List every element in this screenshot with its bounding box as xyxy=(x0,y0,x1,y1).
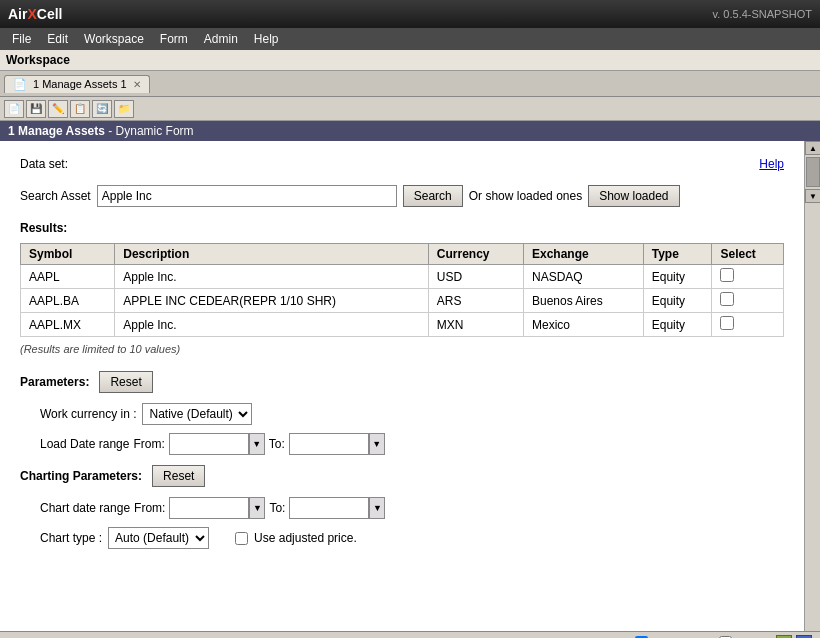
chart-to-label: To: xyxy=(269,501,285,515)
form-header: 1 Manage Assets - Dynamic Form xyxy=(0,121,820,141)
tabbar: 📄 1 Manage Assets 1 ✕ xyxy=(0,71,820,97)
logo-x: X xyxy=(27,6,36,22)
row-currency: ARS xyxy=(428,289,523,313)
toolbar-refresh[interactable]: 🔄 xyxy=(92,100,112,118)
row-symbol: AAPL.MX xyxy=(21,313,115,337)
row-description: Apple Inc. xyxy=(115,313,429,337)
load-from-arrow[interactable]: ▼ xyxy=(249,433,265,455)
statusbar-right: Popup on - error : - message : - Clear ▲… xyxy=(537,635,812,639)
use-adjusted-label: Use adjusted price. xyxy=(254,531,357,545)
work-currency-row: Work currency in : Native (Default) USD … xyxy=(20,403,784,425)
chart-from-label: From: xyxy=(134,501,165,515)
form-content: Data set: Help Search Asset Search Or sh… xyxy=(0,141,804,631)
menu-form[interactable]: Form xyxy=(152,30,196,48)
col-type: Type xyxy=(643,244,712,265)
form-header-rest: - Dynamic Form xyxy=(105,124,194,138)
chart-date-row: Chart date range From: ▼ To: ▼ xyxy=(20,497,784,519)
toolbar-edit[interactable]: ✏️ xyxy=(48,100,68,118)
scrollable-content[interactable]: Data set: Help Search Asset Search Or sh… xyxy=(0,141,804,631)
version-label: v. 0.5.4-SNAPSHOT xyxy=(713,8,812,20)
row-currency: USD xyxy=(428,265,523,289)
toolbar-copy[interactable]: 📋 xyxy=(70,100,90,118)
table-row: AAPL.MX Apple Inc. MXN Mexico Equity xyxy=(21,313,784,337)
toolbar-new[interactable]: 📄 xyxy=(4,100,24,118)
to-label: To: xyxy=(269,437,285,451)
search-button[interactable]: Search xyxy=(403,185,463,207)
charting-reset-button[interactable]: Reset xyxy=(152,465,205,487)
chart-type-select[interactable]: Auto (Default) Line Bar xyxy=(108,527,209,549)
menu-admin[interactable]: Admin xyxy=(196,30,246,48)
logo-air: Air xyxy=(8,6,27,22)
work-currency-select[interactable]: Native (Default) USD EUR xyxy=(142,403,252,425)
statusbar: R Console Popup on - error : - message :… xyxy=(0,631,820,638)
toolbar-open[interactable]: 📁 xyxy=(114,100,134,118)
scroll-down-button[interactable]: ▼ xyxy=(796,635,812,639)
menu-workspace[interactable]: Workspace xyxy=(76,30,152,48)
row-symbol: AAPL.BA xyxy=(21,289,115,313)
parameters-label: Parameters: xyxy=(20,375,89,389)
dataset-label: Data set: xyxy=(20,157,68,171)
menu-file[interactable]: File xyxy=(4,30,39,48)
parameters-reset-button[interactable]: Reset xyxy=(99,371,152,393)
chart-from-input[interactable] xyxy=(169,497,249,519)
table-row: AAPL Apple Inc. USD NASDAQ Equity xyxy=(21,265,784,289)
row-currency: MXN xyxy=(428,313,523,337)
chart-from-arrow[interactable]: ▼ xyxy=(249,497,265,519)
chart-type-row: Chart type : Auto (Default) Line Bar Use… xyxy=(20,527,784,549)
show-loaded-button[interactable]: Show loaded xyxy=(588,185,679,207)
load-from-input[interactable] xyxy=(169,433,249,455)
col-exchange: Exchange xyxy=(523,244,643,265)
load-to-arrow[interactable]: ▼ xyxy=(369,433,385,455)
menu-help[interactable]: Help xyxy=(246,30,287,48)
search-input[interactable] xyxy=(97,185,397,207)
tab-icon: 📄 xyxy=(13,78,27,91)
row-symbol: AAPL xyxy=(21,265,115,289)
scrollbar-thumb[interactable] xyxy=(806,157,820,187)
load-from-select[interactable]: ▼ xyxy=(169,433,265,455)
load-date-label: Load Date range xyxy=(40,437,129,451)
load-date-row: Load Date range From: ▼ To: ▼ xyxy=(20,433,784,455)
charting-label: Charting Parameters: xyxy=(20,469,142,483)
load-to-select[interactable]: ▼ xyxy=(289,433,385,455)
scrollbar[interactable]: ▲ ▼ xyxy=(804,141,820,631)
dataset-header: Data set: Help xyxy=(20,157,784,171)
row-checkbox-2[interactable] xyxy=(720,316,734,330)
chart-date-label: Chart date range xyxy=(40,501,130,515)
row-checkbox-1[interactable] xyxy=(720,292,734,306)
row-select[interactable] xyxy=(712,265,784,289)
row-type: Equity xyxy=(643,289,712,313)
menu-edit[interactable]: Edit xyxy=(39,30,76,48)
row-checkbox-0[interactable] xyxy=(720,268,734,282)
chart-type-label: Chart type : xyxy=(40,531,102,545)
row-type: Equity xyxy=(643,313,712,337)
workspace-header: Workspace xyxy=(0,50,820,71)
row-description: Apple Inc. xyxy=(115,265,429,289)
work-currency-label: Work currency in : xyxy=(40,407,136,421)
tab-manage-assets[interactable]: 📄 1 Manage Assets 1 ✕ xyxy=(4,75,150,93)
scroll-down-arrow[interactable]: ▼ xyxy=(805,189,820,203)
row-select[interactable] xyxy=(712,289,784,313)
chart-to-select[interactable]: ▼ xyxy=(289,497,385,519)
results-table: Symbol Description Currency Exchange Typ… xyxy=(20,243,784,337)
row-select[interactable] xyxy=(712,313,784,337)
charting-section-header: Charting Parameters: Reset xyxy=(20,465,784,487)
results-label: Results: xyxy=(20,221,784,235)
scroll-up-button[interactable]: ▲ xyxy=(776,635,792,639)
help-link[interactable]: Help xyxy=(759,157,784,171)
charting-section: Charting Parameters: Reset Chart date ra… xyxy=(20,465,784,549)
menubar: File Edit Workspace Form Admin Help xyxy=(0,28,820,50)
row-exchange: NASDAQ xyxy=(523,265,643,289)
scroll-up-arrow[interactable]: ▲ xyxy=(805,141,820,155)
col-currency: Currency xyxy=(428,244,523,265)
tab-label: 1 Manage Assets 1 xyxy=(33,78,127,90)
load-to-input[interactable] xyxy=(289,433,369,455)
chart-to-input[interactable] xyxy=(289,497,369,519)
chart-from-select[interactable]: ▼ xyxy=(169,497,265,519)
titlebar: AirXCell v. 0.5.4-SNAPSHOT xyxy=(0,0,820,28)
toolbar-save[interactable]: 💾 xyxy=(26,100,46,118)
use-adjusted-checkbox[interactable] xyxy=(235,532,248,545)
row-description: APPLE INC CEDEAR(REPR 1/10 SHR) xyxy=(115,289,429,313)
tab-close-button[interactable]: ✕ xyxy=(133,79,141,90)
search-row: Search Asset Search Or show loaded ones … xyxy=(20,185,784,207)
chart-to-arrow[interactable]: ▼ xyxy=(369,497,385,519)
